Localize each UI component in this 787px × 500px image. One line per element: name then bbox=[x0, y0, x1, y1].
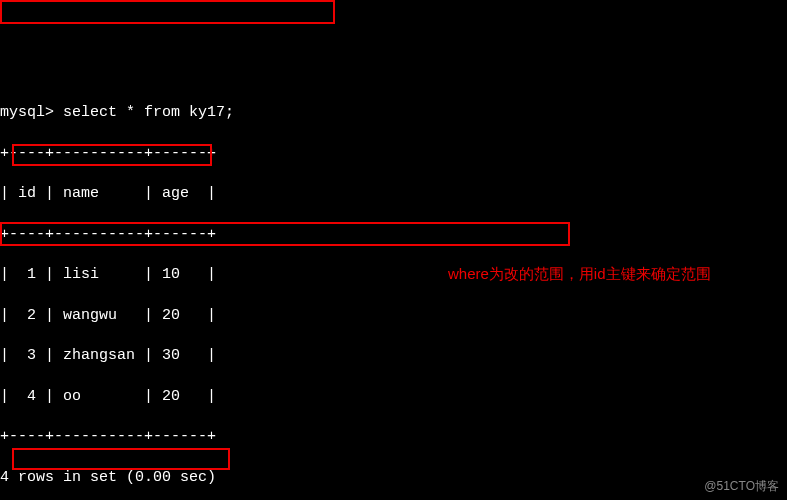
table-header: | id | name | age | bbox=[0, 184, 787, 204]
table-row: | 3 | zhangsan | 30 | bbox=[0, 346, 787, 366]
mysql-prompt: mysql> bbox=[0, 104, 54, 121]
table-border: +----+----------+------+ bbox=[0, 427, 787, 447]
table-border: +----+----------+------+ bbox=[0, 225, 787, 245]
highlight-box-select1 bbox=[0, 0, 335, 24]
prompt-line[interactable]: mysql> select * from ky17; bbox=[0, 103, 787, 123]
table-row: | 4 | oo | 20 | bbox=[0, 387, 787, 407]
sql-select-1: select * from ky17; bbox=[63, 104, 234, 121]
terminal-window[interactable]: mysql> select * from ky17; +----+-------… bbox=[0, 81, 787, 500]
result-msg: 4 rows in set (0.00 sec) bbox=[0, 468, 787, 488]
table-row: | 2 | wangwu | 20 | bbox=[0, 306, 787, 326]
annotation-text: where为改的范围，用id主键来确定范围 bbox=[448, 264, 711, 284]
watermark: @51CTO博客 bbox=[704, 478, 779, 494]
table-border: +----+----------+------+ bbox=[0, 144, 787, 164]
